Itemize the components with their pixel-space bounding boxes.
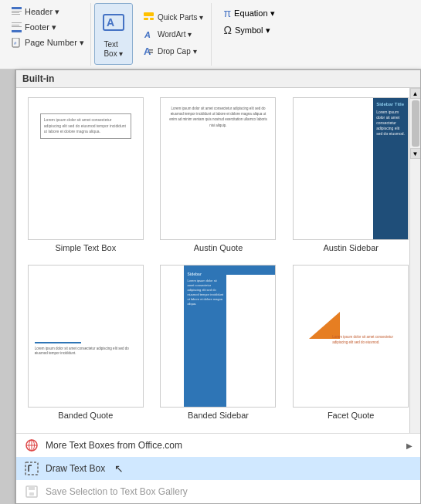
document-sidebar	[0, 69, 15, 504]
gallery-item-facet-quote[interactable]: Lorem ipsum dolor sit amet consectetur a…	[287, 262, 414, 423]
more-textboxes-label: More Text Boxes from Office.com	[46, 440, 182, 451]
quick-parts-label: Quick Parts ▾	[158, 13, 203, 22]
text-tools-group: Quick Parts ▾ A WordArt ▾ A Drop Cap ▾	[136, 3, 212, 66]
simple-text-box-label: Simple Text Box	[55, 243, 116, 252]
text-box-icon: A	[101, 10, 126, 39]
banded-sidebar-col-title: Sidebar	[187, 272, 223, 276]
quick-parts-button[interactable]: Quick Parts ▾	[141, 11, 206, 25]
gallery-scrollbar[interactable]: ▲ ▼	[409, 88, 420, 433]
sidebar-title-text: Sidebar Title	[376, 102, 406, 107]
gallery-scroll-area[interactable]: Lorem ipsum dolor sit amet consectetur a…	[16, 88, 420, 433]
globe-icon	[24, 438, 39, 453]
svg-rect-5	[12, 25, 19, 25]
equation-group: π Equation ▾ Ω Symbol ▾	[215, 3, 283, 66]
svg-text:A: A	[144, 30, 151, 39]
banded-quote-label: Banded Quote	[58, 411, 113, 420]
austin-quote-label: Austin Quote	[194, 243, 243, 252]
dropcap-icon: A	[144, 46, 154, 57]
gallery-item-banded-sidebar[interactable]: Sidebar Lorem ipsum dolor sit amet conse…	[155, 262, 282, 423]
wordart-label: WordArt ▾	[158, 30, 192, 39]
equation-button[interactable]: π Equation ▾	[221, 6, 277, 20]
svg-text:A: A	[144, 46, 151, 56]
scroll-down-button[interactable]: ▼	[410, 148, 421, 159]
svg-rect-3	[12, 14, 20, 15]
ribbon: Header ▾ Footer ▾ # Page Number ▾ A Text…	[0, 0, 421, 69]
footer-label: Footer ▾	[25, 22, 56, 32]
thumb-facet-quote: Lorem ipsum dolor sit amet consectetur a…	[293, 265, 409, 408]
svg-text:#: #	[14, 41, 17, 46]
save-selection-label: Save Selection to Text Box Gallery	[46, 486, 188, 497]
symbol-label: Symbol ▾	[235, 25, 270, 36]
banded-band: Lorem ipsum dolor sit amet consectetur a…	[29, 330, 143, 368]
panel-header: Built-in	[16, 70, 420, 88]
dropcap-label: Drop Cap ▾	[158, 47, 197, 56]
svg-rect-27	[29, 486, 35, 490]
header-footer-group: Header ▾ Footer ▾ # Page Number ▾	[5, 3, 91, 66]
banded-sidebar-col: Sidebar Lorem ipsum dolor sit amet conse…	[184, 266, 226, 407]
svg-rect-17	[149, 49, 153, 51]
banded-sidebar-label: Banded Sidebar	[188, 411, 249, 420]
svg-rect-13	[144, 18, 148, 20]
dropcap-button[interactable]: A Drop Cap ▾	[141, 45, 206, 59]
panel-footer: More Text Boxes from Office.com ▶ Draw T…	[16, 433, 420, 503]
simple-text-block: Lorem ipsum dolor sit amet consectetur a…	[40, 113, 131, 139]
wordart-icon: A	[144, 29, 154, 40]
svg-rect-12	[144, 12, 154, 16]
header-label: Header ▾	[25, 7, 59, 17]
svg-rect-28	[29, 492, 34, 496]
facet-quote-label: Facet Quote	[328, 411, 375, 420]
gallery-item-banded-quote[interactable]: Lorem ipsum dolor sit amet consectetur a…	[22, 262, 149, 423]
main-panel: Built-in Lorem ipsum dolor sit amet cons…	[0, 69, 421, 504]
svg-rect-1	[12, 11, 22, 12]
svg-rect-6	[12, 26, 22, 27]
svg-rect-0	[12, 7, 22, 9]
more-textboxes-arrow: ▶	[406, 441, 413, 450]
svg-rect-2	[12, 12, 19, 13]
symbol-icon: Ω	[223, 24, 231, 36]
svg-rect-4	[12, 22, 22, 23]
equation-icon: π	[223, 7, 231, 19]
draw-text-box-item[interactable]: Draw Text Box ↖	[16, 457, 420, 480]
draw-icon	[24, 461, 39, 476]
equation-label: Equation ▾	[234, 8, 274, 19]
page-number-button[interactable]: # Page Number ▾	[8, 36, 87, 49]
thumb-simple-text-box: Lorem ipsum dolor sit amet consectetur a…	[28, 97, 144, 240]
gallery-grid: Lorem ipsum dolor sit amet consectetur a…	[16, 88, 420, 429]
thumb-banded-quote: Lorem ipsum dolor sit amet consectetur a…	[28, 265, 144, 408]
symbol-button[interactable]: Ω Symbol ▾	[221, 23, 277, 37]
footer-icon	[11, 22, 22, 32]
svg-rect-7	[12, 30, 22, 32]
svg-rect-23	[25, 462, 38, 475]
gallery-item-austin-sidebar[interactable]: Sidebar Title Lorem ipsum dolor sit amet…	[287, 94, 414, 255]
thumb-banded-sidebar: Sidebar Lorem ipsum dolor sit amet conse…	[160, 265, 276, 408]
draw-text-box-label: Draw Text Box	[46, 463, 105, 474]
austin-sidebar-label: Austin Sidebar	[323, 243, 379, 252]
page-number-icon: #	[11, 37, 22, 48]
facet-quote-text: Lorem ipsum dolor sit amet consectetur a…	[332, 335, 400, 346]
sidebar-body-text: Lorem ipsum dolor sit amet consectetur a…	[376, 110, 406, 137]
thumb-austin-sidebar: Sidebar Title Lorem ipsum dolor sit amet…	[293, 97, 409, 240]
band-text: Lorem ipsum dolor sit amet consectetur a…	[35, 347, 137, 357]
scroll-thumb[interactable]	[412, 100, 419, 147]
gallery-panel: Built-in Lorem ipsum dolor sit amet cons…	[15, 69, 421, 504]
scroll-up-button[interactable]: ▲	[410, 88, 421, 99]
svg-text:A: A	[107, 16, 114, 29]
svg-rect-18	[149, 52, 153, 53]
gallery-item-simple-text-box[interactable]: Lorem ipsum dolor sit amet consectetur a…	[22, 94, 149, 255]
save-selection-item: Save Selection to Text Box Gallery	[16, 480, 420, 503]
banded-sidebar-col-text: Lorem ipsum dolor sit amet consectetur a…	[187, 279, 223, 306]
text-box-button[interactable]: A TextBox ▾	[94, 3, 133, 65]
text-box-label: TextBox ▾	[104, 40, 123, 59]
header-button[interactable]: Header ▾	[8, 5, 87, 19]
footer-button[interactable]: Footer ▾	[8, 20, 87, 34]
gallery-item-austin-quote[interactable]: Lorem ipsum dolor sit amet consectetur a…	[155, 94, 282, 255]
svg-rect-14	[150, 18, 154, 20]
thumb-austin-quote: Lorem ipsum dolor sit amet consectetur a…	[160, 97, 276, 240]
save-icon	[24, 484, 39, 499]
quick-parts-icon	[144, 12, 154, 23]
cursor-indicator: ↖	[114, 462, 124, 475]
page-number-label: Page Number ▾	[25, 38, 84, 48]
header-icon	[11, 6, 22, 17]
wordart-button[interactable]: A WordArt ▾	[141, 28, 206, 42]
more-textboxes-item[interactable]: More Text Boxes from Office.com ▶	[16, 434, 420, 457]
